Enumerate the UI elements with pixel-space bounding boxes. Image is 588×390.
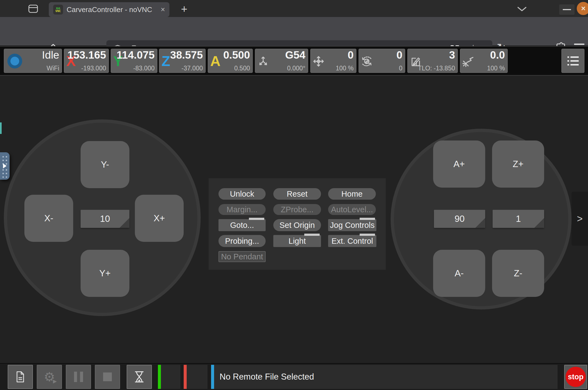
jog-controls-label: Jog Controls <box>330 221 375 230</box>
jog-y-plus-button[interactable]: Y+ <box>81 250 129 297</box>
unlock-button[interactable]: Unlock <box>218 188 266 200</box>
remote-file-status-text: No Remote File Selected <box>220 372 314 382</box>
spindle-target: 0 <box>399 65 402 71</box>
z-axis-cell[interactable]: Z 38.575 -37.000 <box>159 49 206 73</box>
z-axis-value: 38.575 <box>170 50 203 61</box>
screen: no VNC CarveraController - noVNC × + × ←… <box>0 0 588 390</box>
zprobe-button[interactable]: ZProbe... <box>273 204 321 215</box>
a-axis-value: 0.500 <box>223 50 250 61</box>
light-notch <box>304 234 320 236</box>
jog-a-minus-button[interactable]: A- <box>433 250 485 297</box>
spindle-speed-value: 0 <box>396 50 402 61</box>
job-timer-button[interactable] <box>127 365 152 389</box>
machine-status-bar: Idle WiFi X 153.165 -193.000 Y 114.075 -… <box>0 46 588 76</box>
jog-controls-notch <box>360 218 375 220</box>
spindle-cell[interactable]: 0 0 <box>359 49 405 73</box>
window-close-icon: × <box>581 4 586 13</box>
browser-tab[interactable]: no VNC CarveraController - noVNC × <box>49 2 169 17</box>
gear-play-icon: ⚙▶ <box>42 370 56 384</box>
tabs-dropdown-button[interactable] <box>517 6 527 12</box>
browser-navbar: ← → localhost:8080/vnc.html?path=vnc&aut… <box>0 17 588 46</box>
list-icon <box>567 60 579 62</box>
left-accent-strip <box>0 122 2 134</box>
novnc-control-bar-handle[interactable] <box>0 152 10 180</box>
control-panel: Unlock Reset Home Margin... ZProbe... Au… <box>209 178 386 270</box>
x-axis-machine-value: -193.000 <box>81 65 106 71</box>
window-close-button[interactable]: × <box>577 2 588 15</box>
menu-bar <box>574 44 584 45</box>
goto-button[interactable]: Goto... <box>218 219 266 231</box>
feed-rate-override: 100 % <box>336 65 354 71</box>
autolevel-button[interactable]: AutoLevel... <box>328 204 376 215</box>
a-axis-machine-value: 0.500 <box>234 65 250 71</box>
x-axis-value: 153.165 <box>67 50 106 61</box>
progress-track-1 <box>161 365 180 389</box>
goto-label: Goto... <box>230 221 254 230</box>
tab-title: CarveraController - noVNC <box>67 5 157 14</box>
laser-icon <box>462 55 475 68</box>
move-arrows-icon <box>312 55 325 68</box>
bottom-bar: ⚙▶ No Remote File Selected <box>0 363 588 390</box>
ext-control-label: Ext. Control <box>331 237 373 246</box>
hourglass-icon <box>133 370 145 383</box>
light-label: Light <box>289 237 306 246</box>
new-tab-button[interactable]: + <box>178 3 191 15</box>
tool-number: 3 <box>449 50 455 61</box>
jog-z-minus-button[interactable]: Z- <box>492 250 544 297</box>
minimize-button[interactable] <box>559 4 575 15</box>
wcs-rotation: 0.000° <box>287 65 305 71</box>
jog-controls-button[interactable]: Jog Controls <box>328 219 376 231</box>
z-axis-machine-value: -37.000 <box>181 65 203 71</box>
jog-a-plus-button[interactable]: A+ <box>433 140 485 188</box>
emergency-stop-button[interactable]: stop <box>564 365 587 389</box>
z-step-size-button[interactable]: 1 <box>493 210 544 228</box>
pause-button[interactable] <box>66 365 91 389</box>
progress-bar-green <box>158 365 161 389</box>
chevron-down-icon <box>517 6 527 12</box>
tool-length-offset: TLO: -13.850 <box>418 65 455 71</box>
jog-y-minus-button[interactable]: Y- <box>81 141 129 188</box>
margin-button[interactable]: Margin... <box>218 204 266 215</box>
x-axis-cell[interactable]: X 153.165 -193.000 <box>64 49 109 73</box>
list-icon <box>567 56 579 58</box>
ext-control-button[interactable]: Ext. Control <box>328 235 376 247</box>
wcs-value: G54 <box>285 50 305 61</box>
wcs-cell[interactable]: G54 0.000° <box>255 49 308 73</box>
reset-button[interactable]: Reset <box>273 188 321 200</box>
browser-titlebar: no VNC CarveraController - noVNC × + × <box>0 0 588 17</box>
expand-arrow-icon <box>3 164 7 168</box>
tool-cell[interactable]: 3 TLO: -13.850 <box>407 49 458 73</box>
light-button[interactable]: Light <box>273 235 321 247</box>
stop-job-button[interactable] <box>95 365 120 389</box>
progress-track-2 <box>187 365 208 389</box>
xy-step-size-button[interactable]: 10 <box>81 210 129 228</box>
status-detail-button[interactable] <box>561 49 584 73</box>
a-axis-cell[interactable]: A 0.500 0.500 <box>208 49 253 73</box>
connection-type: WiFi <box>47 65 59 71</box>
y-axis-cell[interactable]: Y 114.075 -83.000 <box>111 49 157 73</box>
pause-icon <box>74 372 83 382</box>
run-settings-button[interactable]: ⚙▶ <box>37 365 62 389</box>
feed-rate-cell[interactable]: 0 100 % <box>310 49 356 73</box>
home-machine-button[interactable]: Home <box>328 188 376 200</box>
jog-x-minus-button[interactable]: X- <box>24 195 73 242</box>
jog-z-plus-button[interactable]: Z+ <box>492 140 544 188</box>
side-panel-expand-tab[interactable]: > <box>572 192 588 246</box>
a-axis-letter: A <box>210 54 221 68</box>
machine-state: Idle <box>42 50 59 61</box>
probing-button[interactable]: Probing... <box>218 235 266 247</box>
jog-x-plus-button[interactable]: X+ <box>135 195 184 242</box>
tab-close-icon[interactable]: × <box>161 5 165 14</box>
progress-bar-blue <box>211 365 214 389</box>
firefox-view-button[interactable] <box>26 3 40 14</box>
open-file-button[interactable] <box>8 365 33 389</box>
feed-rate-value: 0 <box>348 50 354 61</box>
laser-cell[interactable]: 0.0 100 % <box>460 49 508 73</box>
file-icon <box>14 370 27 383</box>
set-origin-button[interactable]: Set Origin <box>273 219 321 231</box>
a-step-size-button[interactable]: 90 <box>434 210 485 228</box>
pendant-status: No Pendant <box>218 251 266 262</box>
novnc-favicon-icon: no VNC <box>53 5 63 15</box>
goto-notch <box>249 218 264 220</box>
machine-state-cell[interactable]: Idle WiFi <box>4 49 62 73</box>
